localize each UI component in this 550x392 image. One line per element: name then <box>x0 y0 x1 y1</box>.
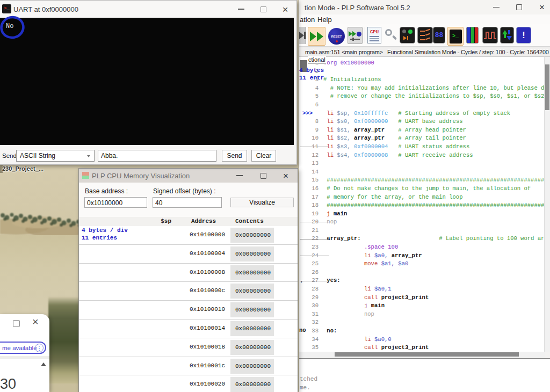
code-editor[interactable]: 123456>>>8910111213141516171819202122232… <box>299 57 545 352</box>
memory-contents-cell: 0x00000000 <box>230 321 274 336</box>
scrollbar-thumb[interactable] <box>545 64 549 110</box>
artifact-tab-text: ctional <box>308 56 326 64</box>
uart-window-title: UART at 0xf0000000 <box>13 5 78 13</box>
code-lines: .org 0x10000000# Initializations # NOTE:… <box>323 59 545 352</box>
close-button[interactable]: × <box>277 2 293 17</box>
editor-vertical-scrollbar[interactable] <box>544 57 550 352</box>
memory-table-rows: 0x101000000x000000000x101000040x00000000… <box>79 226 298 392</box>
cpu-icon[interactable]: CPU <box>367 27 381 43</box>
close-button[interactable]: × <box>534 0 550 14</box>
clear-button[interactable]: Clear <box>251 150 276 162</box>
app-icon <box>82 172 89 179</box>
editor-horizontal-scrollbar[interactable] <box>299 352 545 358</box>
maximize-button[interactable] <box>511 0 527 14</box>
more-options-icon[interactable]: ⋮ <box>35 344 44 352</box>
close-icon[interactable]: × <box>32 316 39 328</box>
memory-contents-cell: 0x00000000 <box>230 340 274 355</box>
memory-contents-cell: 0x00000000 <box>230 246 274 262</box>
terminal-icon: >_ <box>2 4 11 13</box>
menu-item-help[interactable]: Help <box>317 16 332 24</box>
gutter-artifact-line <box>300 281 329 281</box>
visualize-button[interactable]: Visualize <box>230 198 294 207</box>
gpio-icon[interactable] <box>500 27 514 43</box>
memory-address-cell: 0x10100004 <box>79 250 225 257</box>
memory-table-row: 0x101000100x00000000 <box>79 301 298 320</box>
panel-divider <box>0 356 49 359</box>
gutter-stray-text: no <box>299 327 306 333</box>
memory-contents-cell: 0x00000000 <box>230 359 274 374</box>
maximize-icon[interactable] <box>13 320 20 327</box>
switches-icon[interactable] <box>417 27 433 43</box>
close-button[interactable]: × <box>278 169 293 183</box>
base-address-input[interactable]: 0x10100000 <box>84 197 147 208</box>
memory-address-cell: 0x10100018 <box>79 344 225 350</box>
memory-table-row: 0x1010001c0x00000000 <box>79 357 298 376</box>
memory-table-row: 0x101000140x00000000 <box>79 320 298 338</box>
console-line: tched <box>300 376 317 382</box>
minimize-button[interactable] <box>233 2 249 17</box>
annotation-circle <box>0 13 28 43</box>
step-icon[interactable] <box>299 27 306 44</box>
send-button[interactable]: Send <box>222 150 247 162</box>
minimize-button[interactable] <box>232 169 247 183</box>
gutter-artifact-line <box>300 147 329 147</box>
plp-window-title: tion Mode - PLP Software Tool 5.2 <box>305 4 410 12</box>
memory-table-row: 0x101000040x00000000 <box>79 245 298 264</box>
memory-table-row: 0x1010000c0x00000000 <box>79 282 298 301</box>
memory-contents-cell: 0x00000000 <box>230 377 274 392</box>
plp-console: tched me. <box>299 359 550 392</box>
uart-send-row: Send ASCII String Abba. Send Clear <box>0 150 296 163</box>
memory-address-cell: 0x10100008 <box>79 269 225 275</box>
send-mode-select[interactable]: ASCII String <box>16 150 95 162</box>
maximize-button[interactable] <box>255 2 271 17</box>
search-icon[interactable] <box>383 27 397 44</box>
interrupt-icon[interactable]: ! <box>516 27 531 43</box>
availability-pill[interactable]: me available ⋮ <box>0 342 46 354</box>
memory-address-cell: 0x1010000c <box>79 287 225 294</box>
send-label: Send <box>2 153 17 159</box>
memory-titlebar[interactable]: PLP CPU Memory Visualization × <box>79 169 298 183</box>
artifact-text-entries: 11 entr <box>299 75 324 81</box>
plp-menubar: ation Help <box>299 14 550 24</box>
base-address-label: Base address : <box>85 187 128 195</box>
plp-titlebar[interactable]: tion Mode - PLP Software Tool 5.2 × <box>299 0 550 14</box>
code-gutter: 123456>>>8910111213141516171819202122232… <box>299 59 319 352</box>
led-bars-icon[interactable] <box>466 27 479 43</box>
scroll-up-icon[interactable] <box>41 362 46 366</box>
memory-table-row: 0x101000180x00000000 <box>79 338 298 357</box>
oscilloscope-icon[interactable] <box>482 27 498 43</box>
memory-window-title: PLP CPU Memory Visualization <box>92 172 190 180</box>
run-icon[interactable] <box>308 27 325 46</box>
simulation-speed-icon[interactable] <box>348 27 363 44</box>
watchpoint-icon[interactable] <box>400 27 415 43</box>
scrollbar-thumb[interactable] <box>335 352 519 357</box>
plp-status-bar: main.asm:151 <main program> Functional S… <box>299 47 550 57</box>
offset-label: Signed offset (bytes) : <box>153 187 216 195</box>
minimize-button[interactable] <box>488 0 504 14</box>
desktop-icon-label[interactable]: 230_Project_... <box>2 165 44 172</box>
memory-info-text: 4 bytes / div 11 entries <box>82 227 128 242</box>
gutter-artifact-line <box>300 256 329 256</box>
uart-terminal-icon[interactable]: >_ <box>447 27 464 46</box>
offset-input[interactable]: 40 <box>153 197 222 208</box>
window-render-artifact: ctional 4 bytes 11 entr <box>299 56 325 85</box>
send-text-input[interactable]: Abba. <box>98 150 216 162</box>
gutter-artifact-line <box>300 239 329 239</box>
big-number-text: 30 <box>0 376 16 392</box>
seven-segment-icon[interactable]: 88 <box>433 27 445 43</box>
uart-terminal[interactable]: No <box>0 18 294 145</box>
reset-icon[interactable]: RESET <box>328 27 345 46</box>
wallpaper-tree-band <box>48 296 79 383</box>
menu-item-simulation[interactable]: ation <box>300 16 315 24</box>
memory-visualization-window: PLP CPU Memory Visualization × Base addr… <box>78 168 298 392</box>
artifact-text-bytes: 4 bytes <box>299 67 324 74</box>
maximize-button[interactable] <box>256 169 271 183</box>
column-header-sp: $sp <box>79 218 171 224</box>
column-header-address: Address <box>191 218 216 224</box>
gutter-stray-comma: , <box>300 277 303 284</box>
memory-table-row: 0x101000080x00000000 <box>79 264 298 282</box>
memory-address-cell: 0x10100020 <box>79 381 225 387</box>
uart-titlebar[interactable]: >_ UART at 0xf0000000 × <box>0 1 296 18</box>
column-header-contents: Contents <box>235 218 264 224</box>
memory-contents-cell: 0x00000000 <box>230 284 274 299</box>
